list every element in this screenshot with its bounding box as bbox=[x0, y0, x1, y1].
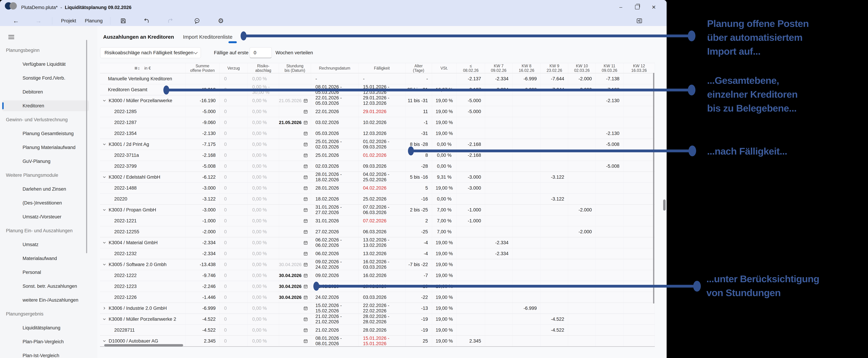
sidebar-item-umsatz-vorsteuer[interactable]: Umsatz-/Vorsteuer bbox=[0, 210, 97, 224]
chevron-down-icon[interactable] bbox=[102, 175, 106, 180]
table-row-k3006-industrie-2-0-gmbh[interactable]: K3006 / Industrie 2.0 GmbH-6.99900,00 %1… bbox=[100, 303, 655, 314]
calendar-icon[interactable] bbox=[303, 186, 308, 190]
calendar-icon[interactable] bbox=[303, 109, 308, 114]
forward-button[interactable]: → bbox=[33, 15, 44, 26]
sidebar-scrollbar[interactable] bbox=[86, 40, 87, 253]
chevron-down-icon[interactable] bbox=[102, 317, 106, 321]
sidebar-item-liquiditätsplanung[interactable]: Liquiditätsplanung bbox=[0, 321, 97, 335]
calendar-icon[interactable] bbox=[303, 153, 308, 158]
sidebar-item-kreditoren[interactable]: Kreditoren bbox=[2, 100, 89, 111]
calendar-icon[interactable] bbox=[303, 284, 308, 289]
sidebar-item-personal[interactable]: Personal bbox=[0, 265, 97, 279]
sidebar-item-materialaufwand[interactable]: Materialaufwand bbox=[0, 252, 97, 265]
calendar-icon[interactable] bbox=[303, 339, 308, 344]
header-summe-offene-posten[interactable]: Summe offene Posten bbox=[185, 63, 220, 73]
table-row-2022-1285[interactable]: 2022-1285-5.00000,00 %22.01.202629.01.20… bbox=[100, 106, 655, 117]
sidebar-item-planung-gesamtleistung[interactable]: Planung Gesamtleistung bbox=[0, 127, 97, 140]
calendar-icon[interactable] bbox=[303, 175, 308, 180]
window-vertical-scrollbar[interactable] bbox=[663, 199, 665, 210]
sidebar-item-sonstige-ford-verb[interactable]: Sonstige Ford./Verb. bbox=[0, 71, 97, 85]
weeks-input[interactable] bbox=[250, 47, 272, 58]
table-row-k3003-propan-gmbh[interactable]: K3003 / Propan GmbH-3.00000,00 %31.01.20… bbox=[100, 204, 655, 215]
table-row-2022-1226[interactable]: 2022-1226-1.44600,00 %30.04.202624.02.20… bbox=[100, 292, 655, 303]
sidebar-item-darlehen-und-zinsen[interactable]: Darlehen und Zinsen bbox=[0, 182, 97, 196]
header-risiko-abschlag[interactable]: Risiko- abschlag bbox=[248, 63, 279, 73]
calendar-icon[interactable] bbox=[303, 273, 308, 278]
sidebar-item-plan-plan-vergleich[interactable]: Plan-Plan-Vergleich bbox=[0, 335, 97, 349]
header-week-08-02-26[interactable]: ≤ 08.02.26 bbox=[457, 63, 485, 73]
hamburger-menu-button[interactable] bbox=[8, 35, 14, 39]
tab-import-kreditorenliste[interactable]: Import Kreditorenliste bbox=[183, 31, 232, 43]
sidebar-item-weitere-ein-auszahlungen[interactable]: weitere Ein-/Auszahlungen bbox=[0, 293, 97, 307]
header-stundung-bis-datum[interactable]: Stundung bis (Datum) bbox=[279, 63, 311, 73]
header-week-16-02-26[interactable]: KW 8 16.02.26 bbox=[513, 63, 541, 73]
calendar-icon[interactable] bbox=[303, 197, 308, 201]
calendar-icon[interactable] bbox=[303, 131, 308, 136]
table-row-d10000-autobauer-ag[interactable]: D10000 / Autobauer AG2.34500,00 %08.01.2… bbox=[100, 335, 655, 346]
sidebar-item-umsatz[interactable]: Umsatz bbox=[0, 238, 97, 252]
restore-button[interactable] bbox=[633, 3, 641, 11]
minimize-button[interactable]: – bbox=[617, 3, 625, 11]
header-week-16-03-26[interactable]: KW 12 16.03.26 bbox=[623, 63, 655, 73]
risk-dropdown[interactable]: Risikoabschläge nach Fälligkeit festlege… bbox=[100, 47, 201, 58]
table-row-2022-1488[interactable]: 2022-1488-3.00000,00 %28.01.202604.02.20… bbox=[100, 183, 655, 193]
calendar-icon[interactable] bbox=[303, 262, 308, 267]
header-in-eur[interactable]: ≡↕ in € bbox=[100, 63, 185, 73]
calendar-icon[interactable] bbox=[303, 164, 308, 169]
calendar-icon[interactable] bbox=[303, 240, 308, 245]
table-row-k3001-2d-print-ag[interactable]: K3001 / 2d Print Ag-7.17500,00 %25.01.20… bbox=[100, 139, 655, 150]
calendar-icon[interactable] bbox=[303, 229, 308, 234]
header-week-09-03-26[interactable]: KW 11 09.03.26 bbox=[596, 63, 623, 73]
table-row-manuelle-verteilung-kreditoren[interactable]: Manuelle Verteilung Kreditoren00,00 %---… bbox=[100, 73, 655, 84]
table-row-20228711[interactable]: 20228711-4.52200,00 %21.02.202628.02.202… bbox=[100, 325, 655, 335]
header-verzug[interactable]: Verzug bbox=[220, 63, 248, 73]
settings-button[interactable]: ⚙ bbox=[215, 15, 227, 26]
table-row-2022-1222[interactable]: 2022-1222-9.74600,00 %30.04.202609.02.20… bbox=[100, 270, 655, 281]
undo-button[interactable] bbox=[141, 15, 153, 26]
table-row-2022-1354[interactable]: 2022-1354-2.13000,00 %05.03.202612.03.20… bbox=[100, 128, 655, 139]
table-row-k3005-software-2-0-gmbh[interactable]: K3005 / Software 2.0 Gmbh-13.43800,00 %3… bbox=[100, 259, 655, 270]
header-fälligkeit[interactable]: Fälligkeit bbox=[359, 63, 405, 73]
calendar-icon[interactable] bbox=[303, 219, 308, 223]
header-week-02-03-26[interactable]: KW 10 02.03.26 bbox=[568, 63, 596, 73]
table-row-2022-1232[interactable]: 2022-1232-2.33400,00 %06.02.202613.02.20… bbox=[100, 248, 655, 259]
close-button[interactable]: ✕ bbox=[650, 3, 658, 11]
chevron-down-icon[interactable] bbox=[102, 207, 106, 212]
chevron-down-icon[interactable] bbox=[102, 98, 106, 103]
calendar-icon[interactable] bbox=[303, 328, 308, 332]
header-vst[interactable]: VSt. bbox=[432, 63, 457, 73]
save-button[interactable] bbox=[117, 15, 129, 26]
table-row-2022-1287[interactable]: 2022-1287-9.06000,00 %21.05.202603.02.20… bbox=[100, 117, 655, 128]
sidebar-item-des-investitionen[interactable]: (Des-)Investitionen bbox=[0, 196, 97, 210]
header-alter-tage[interactable]: Alter (Tage) bbox=[405, 63, 432, 73]
calendar-icon[interactable] bbox=[303, 317, 308, 322]
chevron-right-icon[interactable] bbox=[102, 306, 106, 311]
menu-planung[interactable]: Planung bbox=[83, 15, 104, 26]
calendar-icon[interactable] bbox=[303, 120, 308, 125]
table-row-2022-12255[interactable]: 2022-12255-2.00000,00 %27.02.202606.03.2… bbox=[100, 226, 655, 237]
redo-button[interactable] bbox=[164, 15, 176, 26]
table-row-k3000-müller-porzellanwerke[interactable]: K3000 / Müller Porzellanwerke-16.19000,0… bbox=[100, 95, 655, 106]
table-row-k3004-material-gmbh[interactable]: K3004 / Material GmbH-2.33400,00 %06.02.… bbox=[100, 237, 655, 248]
table-row-2022-1221[interactable]: 2022-1221-1.00000,00 %31.01.202607.02.20… bbox=[100, 215, 655, 226]
header-week-23-02-26[interactable]: KW 9 23.02.26 bbox=[541, 63, 568, 73]
sidebar-item-guv-planung[interactable]: GuV-Planung bbox=[0, 154, 97, 168]
table-row-20220[interactable]: 20220-3.12200,00 %18.02.202625.02.2026-1… bbox=[100, 193, 655, 204]
table-row-2022-3799[interactable]: 2022-3799-5.00800,00 %02.03.202609.03.20… bbox=[100, 161, 655, 171]
header-rechnungsdatum[interactable]: Rechnungsdatum bbox=[311, 63, 359, 73]
calendar-icon[interactable] bbox=[303, 98, 308, 103]
panel-toggle-button[interactable] bbox=[633, 15, 646, 26]
table-row-k3002-edelstahl-gmbh[interactable]: K3002 / Edelstahl GmbH-6.12200,00 %28.01… bbox=[100, 171, 655, 183]
calendar-icon[interactable] bbox=[303, 295, 308, 300]
table-horizontal-scrollbar[interactable] bbox=[104, 344, 183, 346]
back-button[interactable]: ← bbox=[10, 15, 22, 26]
calendar-icon[interactable] bbox=[303, 251, 308, 256]
calendar-icon[interactable] bbox=[303, 207, 308, 212]
chevron-down-icon[interactable] bbox=[102, 142, 106, 147]
calendar-icon[interactable] bbox=[303, 306, 308, 311]
tab-auszahlungen-an-kreditoren[interactable]: Auszahlungen an Kreditoren bbox=[103, 31, 174, 43]
chevron-down-icon[interactable] bbox=[102, 240, 106, 245]
chevron-down-icon[interactable] bbox=[102, 339, 106, 343]
header-week-09-02-26[interactable]: KW 7 09.02.26 bbox=[485, 63, 513, 73]
chevron-down-icon[interactable] bbox=[102, 262, 106, 267]
